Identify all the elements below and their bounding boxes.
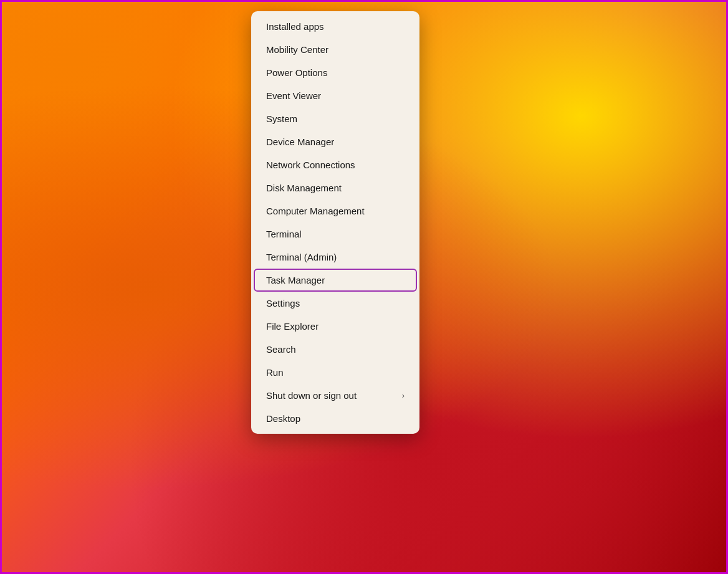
menu-item-terminal-admin[interactable]: Terminal (Admin) xyxy=(254,246,417,269)
context-menu: Installed appsMobility CenterPower Optio… xyxy=(251,11,419,434)
menu-item-label-system: System xyxy=(266,113,297,124)
menu-item-label-event-viewer: Event Viewer xyxy=(266,90,321,101)
menu-item-label-shut-down: Shut down or sign out xyxy=(266,390,357,401)
menu-item-label-run: Run xyxy=(266,367,284,378)
menu-item-power-options[interactable]: Power Options xyxy=(254,61,417,84)
menu-item-label-desktop: Desktop xyxy=(266,413,300,424)
menu-item-device-manager[interactable]: Device Manager xyxy=(254,130,417,153)
menu-item-label-network-connections: Network Connections xyxy=(266,160,355,170)
menu-item-desktop[interactable]: Desktop xyxy=(254,407,417,430)
menu-item-system[interactable]: System xyxy=(254,107,417,130)
menu-item-installed-apps[interactable]: Installed apps xyxy=(254,15,417,38)
menu-item-disk-management[interactable]: Disk Management xyxy=(254,176,417,199)
menu-item-search[interactable]: Search xyxy=(254,338,417,361)
menu-item-event-viewer[interactable]: Event Viewer xyxy=(254,84,417,107)
menu-item-label-power-options: Power Options xyxy=(266,67,327,78)
menu-item-label-device-manager: Device Manager xyxy=(266,136,334,147)
menu-item-terminal[interactable]: Terminal xyxy=(254,222,417,246)
menu-item-label-task-manager: Task Manager xyxy=(266,275,325,285)
menu-item-network-connections[interactable]: Network Connections xyxy=(254,153,417,176)
menu-item-label-installed-apps: Installed apps xyxy=(266,21,324,32)
menu-item-label-computer-management: Computer Management xyxy=(266,206,365,216)
chevron-icon-shut-down: › xyxy=(402,391,405,400)
menu-item-settings[interactable]: Settings xyxy=(254,292,417,315)
menu-item-label-search: Search xyxy=(266,344,296,355)
menu-item-run[interactable]: Run xyxy=(254,361,417,384)
menu-item-label-mobility-center: Mobility Center xyxy=(266,44,328,55)
menu-item-label-terminal: Terminal xyxy=(266,229,302,239)
menu-item-file-explorer[interactable]: File Explorer xyxy=(254,315,417,338)
menu-item-shut-down[interactable]: Shut down or sign out› xyxy=(254,384,417,407)
menu-item-task-manager[interactable]: Task Manager xyxy=(254,269,417,292)
menu-item-mobility-center[interactable]: Mobility Center xyxy=(254,38,417,61)
menu-item-label-disk-management: Disk Management xyxy=(266,183,342,193)
menu-item-label-settings: Settings xyxy=(266,298,300,309)
menu-item-label-terminal-admin: Terminal (Admin) xyxy=(266,252,337,262)
menu-item-label-file-explorer: File Explorer xyxy=(266,321,318,332)
menu-item-computer-management[interactable]: Computer Management xyxy=(254,199,417,222)
